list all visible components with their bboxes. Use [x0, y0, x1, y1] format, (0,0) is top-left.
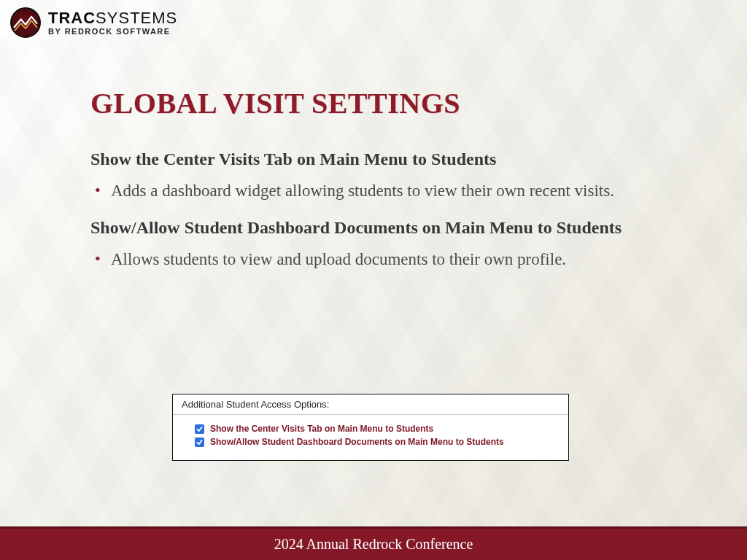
checkbox-show-dashboard-documents[interactable]	[195, 438, 204, 447]
settings-panel-header: Additional Student Access Options:	[173, 394, 568, 415]
section-bullet: Adds a dashboard widget allowing student…	[90, 179, 681, 202]
footer-bar: 2024 Annual Redrock Conference	[0, 526, 747, 560]
section-heading: Show the Center Visits Tab on Main Menu …	[90, 149, 681, 169]
brand-main-b: SYSTEMS	[96, 9, 177, 27]
option-row: Show/Allow Student Dashboard Documents o…	[195, 437, 561, 447]
settings-panel: Additional Student Access Options: Show …	[172, 394, 569, 461]
section-bullet: Allows students to view and upload docum…	[90, 248, 681, 271]
logo-mark-icon	[10, 7, 41, 38]
brand-text: TRACSYSTEMS BY REDROCK SOFTWARE	[48, 10, 177, 36]
slide-title: GLOBAL VISIT SETTINGS	[90, 86, 460, 120]
footer-text: 2024 Annual Redrock Conference	[274, 536, 473, 553]
section-heading: Show/Allow Student Dashboard Documents o…	[90, 218, 681, 238]
option-label: Show/Allow Student Dashboard Documents o…	[210, 437, 504, 447]
brand-main-a: TRAC	[48, 9, 96, 27]
brand-subtitle: BY REDROCK SOFTWARE	[48, 28, 177, 36]
settings-panel-body: Show the Center Visits Tab on Main Menu …	[173, 415, 568, 460]
option-row: Show the Center Visits Tab on Main Menu …	[195, 424, 561, 434]
brand-logo: TRACSYSTEMS BY REDROCK SOFTWARE	[10, 7, 177, 38]
option-label: Show the Center Visits Tab on Main Menu …	[210, 424, 433, 434]
slide-content: Show the Center Visits Tab on Main Menu …	[90, 149, 681, 287]
checkbox-show-center-visits[interactable]	[195, 424, 204, 434]
